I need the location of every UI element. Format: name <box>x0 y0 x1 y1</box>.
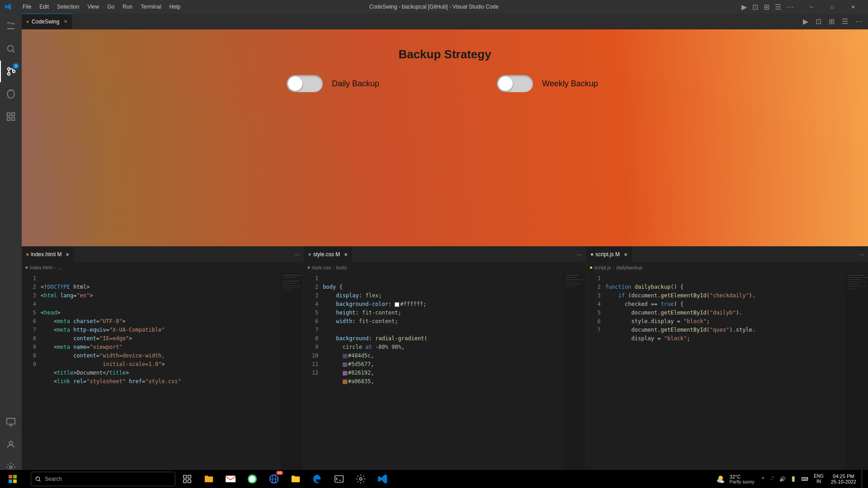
js-code-content: 1234567 function dailybackup() { if (doc… <box>586 272 868 478</box>
html-tab[interactable]: ■ index.html M ✕ <box>22 247 74 263</box>
js-panel-more[interactable]: ⋯ <box>859 251 868 258</box>
taskbar-whatsapp[interactable] <box>242 470 262 488</box>
activity-icon-search[interactable] <box>0 38 22 60</box>
tray-up-arrow[interactable]: ^ <box>760 476 766 482</box>
svg-rect-12 <box>7 418 15 424</box>
taskbar: Search <box>0 470 868 488</box>
taskbar-gmail[interactable] <box>221 470 241 488</box>
menu-file[interactable]: File <box>19 3 35 11</box>
run-icon[interactable]: ▶ <box>740 2 749 12</box>
taskbar-explorer2[interactable] <box>286 470 306 488</box>
split-icon[interactable]: ⊞ <box>762 2 771 12</box>
svg-point-15 <box>9 441 12 445</box>
tray-keyboard-icon[interactable]: ⌨ <box>799 476 810 482</box>
more-btn[interactable]: ⋯ <box>854 16 864 27</box>
js-tab-label: script.js M <box>595 251 620 258</box>
clock-date: 25-10-2022 <box>831 479 856 484</box>
svg-rect-11 <box>12 117 14 120</box>
maximize-button[interactable]: □ <box>822 0 843 14</box>
svg-rect-35 <box>848 286 866 287</box>
menu-edit[interactable]: Edit <box>36 3 52 11</box>
taskbar-search-icon <box>35 476 41 482</box>
html-bc-filename: index.html <box>29 265 52 270</box>
tray-network-icon[interactable] <box>767 475 777 483</box>
activity-icon-remote[interactable] <box>0 411 22 433</box>
html-bc-sep: › <box>54 265 56 270</box>
activity-icon-accounts[interactable] <box>0 434 22 455</box>
menu-go[interactable]: Go <box>104 3 118 11</box>
taskbar-task-view[interactable] <box>177 470 197 488</box>
html-panel-more[interactable]: ⋯ <box>294 251 303 258</box>
css-tab[interactable]: ■ style.css M ✕ <box>304 247 352 263</box>
taskbar-settings[interactable] <box>351 470 371 488</box>
css-panel-more[interactable]: ⋯ <box>576 251 586 258</box>
svg-rect-25 <box>566 277 577 278</box>
tray-battery-icon[interactable]: 🔋 <box>788 476 798 482</box>
taskbar-browser[interactable]: 99 <box>264 470 284 488</box>
tab-toolbar: ▶ ⊡ ⊞ ☰ ⋯ <box>801 16 868 27</box>
activity-icon-explorer[interactable] <box>0 15 22 37</box>
lang-indicator[interactable]: ENGIN <box>812 474 826 484</box>
close-button[interactable]: ✕ <box>843 0 863 14</box>
show-desktop-button[interactable] <box>862 470 864 488</box>
taskbar-search[interactable]: Search <box>31 472 175 486</box>
start-button[interactable] <box>4 470 22 488</box>
more-icon[interactable]: ⋯ <box>785 2 796 12</box>
svg-rect-18 <box>283 277 297 278</box>
menu-view[interactable]: View <box>84 3 103 11</box>
svg-rect-41 <box>13 479 17 483</box>
html-breadcrumb: ■ index.html › ... <box>22 263 303 272</box>
taskbar-file-explorer[interactable] <box>199 470 219 488</box>
menu-run[interactable]: Run <box>119 3 136 11</box>
menu-terminal[interactable]: Terminal <box>137 3 165 11</box>
menu-selection[interactable]: Selection <box>53 3 83 11</box>
svg-rect-31 <box>848 277 868 278</box>
minimize-button[interactable]: ─ <box>801 0 822 14</box>
tab-close-btn[interactable]: ✕ <box>64 19 67 24</box>
activity-icon-source-control[interactable]: 3 <box>0 61 22 82</box>
js-bc-icon: ■ <box>590 265 592 270</box>
activity-icon-extensions[interactable] <box>0 106 22 127</box>
clock-widget[interactable]: 04:25 PM 25-10-2022 <box>827 474 860 484</box>
js-tab[interactable]: ■ script.js M ✕ <box>586 247 632 263</box>
codeswing-tab[interactable]: ● CodeSwing ✕ <box>22 14 72 29</box>
settings-icon2[interactable]: ☰ <box>773 2 783 12</box>
title-bar: File Edit Selection View Go Run Terminal… <box>0 0 868 14</box>
run-btn[interactable]: ▶ <box>801 16 810 27</box>
taskbar-devtools[interactable] <box>329 470 349 488</box>
split-right-btn[interactable]: ⊡ <box>814 16 823 27</box>
js-bc-filename: script.js <box>594 265 611 270</box>
svg-rect-39 <box>13 475 17 479</box>
lang-text: ENGIN <box>814 474 824 484</box>
tray-volume-icon[interactable]: 🔊 <box>778 476 788 482</box>
css-code-text[interactable]: body { display: flex; background-color: … <box>323 272 563 478</box>
task-view-icon <box>183 474 192 483</box>
svg-point-62 <box>720 480 724 483</box>
weekly-backup-toggle[interactable] <box>497 75 533 92</box>
taskbar-search-text: Search <box>45 476 62 482</box>
taskbar-vscode[interactable] <box>373 470 392 488</box>
taskbar-edge[interactable] <box>307 470 327 488</box>
menu-help[interactable]: Help <box>166 3 184 11</box>
js-tab-close[interactable]: ✕ <box>624 252 627 257</box>
settings-btn[interactable]: ☰ <box>840 16 850 27</box>
window-title: CodeSwing - backupcal [GitHub] - Visual … <box>369 4 499 10</box>
svg-point-0 <box>8 46 14 52</box>
css-tab-close[interactable]: ✕ <box>344 252 348 257</box>
js-line-numbers: 1234567 <box>586 272 605 478</box>
activity-icon-debug[interactable] <box>0 83 22 105</box>
html-panel-tab-bar: ■ index.html M ✕ ⋯ <box>22 247 303 263</box>
split-icon-btn[interactable]: ⊞ <box>827 16 836 27</box>
js-code-text[interactable]: function dailybackup() { if (document.ge… <box>605 272 845 478</box>
weather-widget[interactable]: 32°C Partly sunny <box>712 474 758 484</box>
html-code-text[interactable]: <!DOCTYPE html> <html lang="en"> <head> … <box>41 272 281 478</box>
source-control-badge: 3 <box>13 63 19 69</box>
preview-title: Backup Strategy <box>398 47 491 61</box>
daily-backup-toggle[interactable] <box>287 75 323 92</box>
preview-icon[interactable]: ⊡ <box>750 2 760 12</box>
html-tab-close[interactable]: ✕ <box>66 252 69 257</box>
browser-badge: 99 <box>276 471 283 475</box>
svg-rect-24 <box>566 275 579 276</box>
svg-rect-36 <box>848 288 858 289</box>
svg-rect-23 <box>283 290 292 291</box>
